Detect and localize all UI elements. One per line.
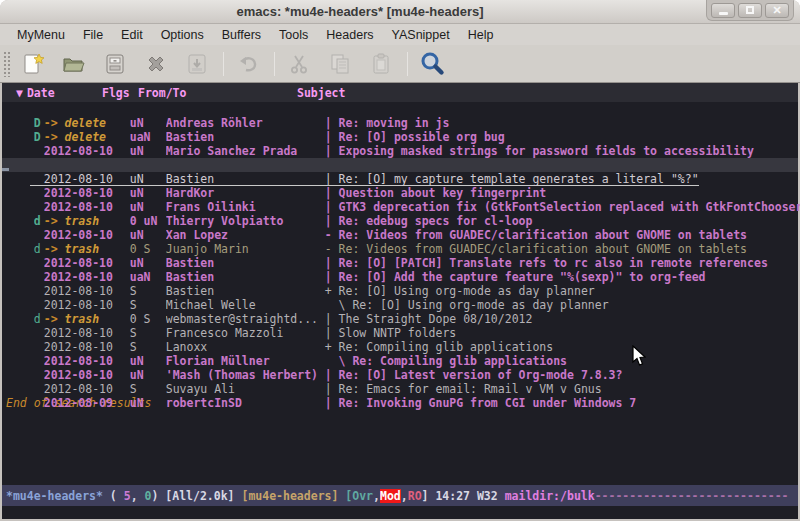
menu-item-options[interactable]: Options [152,26,213,44]
modeline-segment-mod: Mod [380,489,401,503]
window-title: emacs: *mu4e-headers* [mu4e-headers] [236,4,483,19]
new-file-button[interactable] [18,49,48,79]
echo-area [2,506,798,519]
modeline-segment-plain: , [401,489,408,503]
message-row[interactable]: d -> trash 0 S webmaster@straightd... | … [2,298,798,312]
maximize-icon [746,6,754,14]
menu-item-mymenu[interactable]: MyMenu [8,26,74,44]
message-row[interactable]: d -> trash 0 S Juanjo Marin - Re: Videos… [2,228,798,242]
undo-icon [236,52,260,76]
modeline-segment-plain: ] 14:27 W32 [422,489,505,503]
message-row[interactable]: 2012-08-10 S Francesco Mazzoli | Slow NN… [2,312,798,326]
modeline-segment-plain: , [131,489,145,503]
cut-button[interactable] [284,49,314,79]
toolbar-separator [407,52,408,76]
modeline-segment-plain: , [373,489,380,503]
save-buffer-button[interactable] [100,49,130,79]
from-cell: robertcInSD [166,396,325,410]
message-row[interactable]: 2012-08-10 uN Mario Sanchez Prada | Expo… [2,130,798,144]
toolbar-separator [223,52,224,76]
modeline-segment-plain [338,489,345,503]
menu-bar: MyMenuFileEditOptionsBuffersToolsHeaders… [0,24,800,45]
close-x-icon [144,52,168,76]
new-file-icon [21,52,45,76]
message-row[interactable]: D -> delete uN Andreas Röhler | Re: movi… [2,102,798,116]
menu-item-file[interactable]: File [74,26,112,44]
message-row[interactable]: 2012-08-10 uN Xan Lopez - Re: Videos fro… [2,214,798,228]
modeline-segment-magenta: 5 [124,489,131,503]
modeline-segment-teal2: [Ovr [345,489,373,503]
save-as-icon [185,52,209,76]
message-list: D -> delete uN Andreas Röhler | Re: movi… [2,102,798,396]
column-header-from[interactable]: From/To [138,86,297,102]
modeline-segment-ro: RO [408,489,422,503]
modeline-segment-khaki: [mu4e-headers] [241,489,338,503]
current-line-fringe-marker [2,168,9,171]
modeline-segment-teal: 0 [145,489,152,503]
header-line: ▼Date Flgs From/To Subject [2,83,798,102]
menu-item-headers[interactable]: Headers [317,26,382,44]
message-row[interactable]: 2012-08-10 S Bastien + Re: [O] Using org… [2,270,798,284]
modeline-segment-plain: ( [103,489,124,503]
write-file-button[interactable] [182,49,212,79]
window-controls: ✕ [706,0,794,21]
sort-descending-icon: ▼ [16,86,23,100]
mu4e-headers-buffer: ▼Date Flgs From/To Subject D -> delete u… [0,83,800,519]
message-row[interactable]: 2012-08-10 uN Florian Müllner \ Re: Comp… [2,340,798,354]
modeline-segment-buffer-name: *mu4e-headers* [6,489,103,503]
menu-item-yasnippet[interactable]: YASnippet [383,26,459,44]
open-folder-icon [62,52,86,76]
minimize-icon [719,12,728,15]
message-row[interactable]: 2012-08-10 S Lanoxx + Re: Compiling glib… [2,326,798,340]
undo-button[interactable] [233,49,263,79]
date-cell: 2012-08-09 [44,396,130,410]
column-header-flags[interactable]: Flgs [102,86,138,102]
paste-button[interactable] [366,49,396,79]
mark-char [34,396,44,410]
modeline-segment-path: maildir:/bulk [505,489,595,503]
search-button[interactable] [417,49,447,79]
tool-bar [0,45,800,83]
paste-clipboard-icon [369,52,393,76]
message-row[interactable]: 2012-08-10 uN Bastien | Re: [O] Birthday… [2,144,798,158]
menu-item-help[interactable]: Help [459,26,503,44]
minimize-button[interactable] [711,3,735,18]
toolbar-grip-handle[interactable] [3,51,10,77]
message-row[interactable]: 2012-08-10 uaN Bastien | Re: [O] Add the… [2,256,798,270]
message-row[interactable]: 2012-08-10 uN Bastien | Re: [O] [PATCH] … [2,242,798,256]
message-row[interactable]: d -> trash 0 uN Thierry Volpiatto | Re: … [2,200,798,214]
toolbar-separator [274,52,275,76]
copy-icon [328,52,352,76]
close-button[interactable]: ✕ [765,3,789,18]
column-header-subject[interactable]: Subject [297,86,345,102]
search-icon [419,51,445,77]
message-row[interactable]: 2012-08-09 uN robertcInSD | Re: Invoking… [2,382,798,396]
close-icon: ✕ [772,5,781,16]
message-row[interactable]: 2012-08-10 uN HardKor | Question about k… [2,172,798,186]
cut-scissors-icon [287,52,311,76]
title-bar[interactable]: emacs: *mu4e-headers* [mu4e-headers] ✕ [0,0,800,24]
modeline-segment-plain: ) [All/2.0k] [151,489,241,503]
column-header-date[interactable]: ▼Date [16,86,102,102]
copy-button[interactable] [325,49,355,79]
menu-item-tools[interactable]: Tools [270,26,317,44]
message-row[interactable]: 2012-08-10 uN Frans Oilinki | GTK3 depre… [2,186,798,200]
emacs-window: emacs: *mu4e-headers* [mu4e-headers] ✕ M… [0,0,800,521]
menu-item-buffers[interactable]: Buffers [213,26,270,44]
message-row[interactable]: 2012-08-10 S Michael Welle \ Re: [O] Usi… [2,284,798,298]
save-icon [103,52,127,76]
maximize-button[interactable] [738,3,762,18]
menu-item-edit[interactable]: Edit [112,26,152,44]
message-row[interactable]: 2012-08-10 S Suvayu Ali | Re: Emacs for … [2,368,798,382]
flags-cell: uN [130,396,166,410]
mode-line[interactable]: *mu4e-headers* ( 5, 0) [All/2.0k] [mu4e-… [2,485,798,506]
close-buffer-button[interactable] [141,49,171,79]
subject-cell: | Re: Invoking GnuPG from CGI under Wind… [325,396,637,410]
modeline-segment-dashes: ---------------------------- [595,489,789,503]
message-row[interactable]: D -> delete uaN Bastien | Re: [O] possib… [2,116,798,130]
message-row[interactable]: 2012-08-10 uN Bastien | Re: [O] my captu… [2,158,798,172]
message-row[interactable]: 2012-08-10 uN 'Mash (Thomas Herbert) | R… [2,354,798,368]
open-file-button[interactable] [59,49,89,79]
